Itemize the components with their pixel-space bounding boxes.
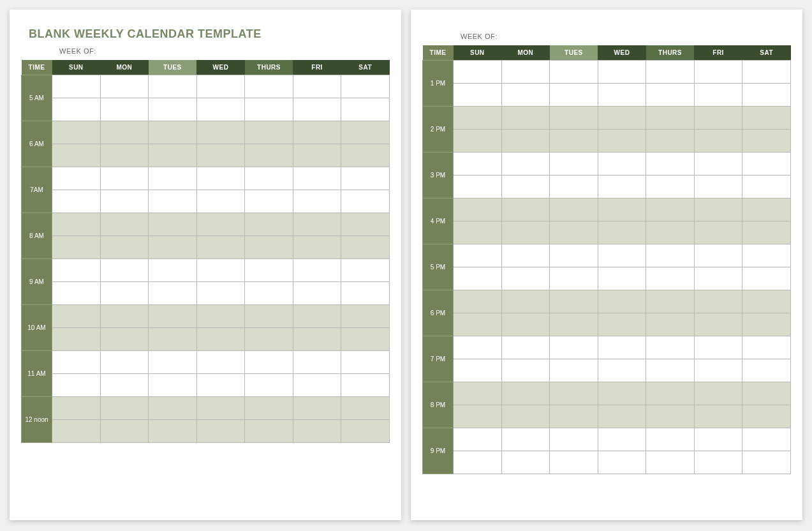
table-row: 6 PM bbox=[423, 290, 791, 313]
calendar-slot bbox=[550, 336, 598, 359]
calendar-slot bbox=[550, 290, 598, 313]
table-row: 3 PM bbox=[423, 153, 791, 176]
calendar-slot bbox=[742, 84, 791, 107]
calendar-slot bbox=[501, 244, 550, 267]
calendar-slot bbox=[100, 397, 149, 420]
table-row bbox=[423, 176, 791, 198]
calendar-slot bbox=[149, 167, 197, 190]
calendar-slot bbox=[694, 382, 742, 405]
calendar-slot bbox=[646, 313, 695, 336]
calendar-slot bbox=[454, 267, 502, 290]
calendar-slot bbox=[196, 236, 245, 259]
calendar-slot bbox=[598, 451, 646, 474]
time-label: 9 AM bbox=[22, 259, 52, 305]
time-label: 3 PM bbox=[423, 153, 454, 198]
calendar-slot bbox=[293, 75, 341, 98]
calendar-slot bbox=[245, 374, 293, 397]
calendar-slot bbox=[646, 405, 695, 428]
calendar-slot bbox=[742, 451, 791, 474]
calendar-slot bbox=[454, 336, 502, 359]
time-label: 10 AM bbox=[22, 305, 52, 351]
calendar-slot bbox=[742, 336, 791, 359]
calendar-slot bbox=[293, 259, 341, 282]
calendar-slot bbox=[245, 305, 293, 328]
calendar-slot bbox=[149, 190, 197, 213]
calendar-slot bbox=[341, 75, 390, 98]
day-column-header: FRI bbox=[293, 60, 341, 75]
calendar-slot bbox=[694, 198, 742, 221]
calendar-slot bbox=[694, 451, 742, 474]
calendar-slot bbox=[501, 130, 550, 153]
calendar-slot bbox=[454, 130, 502, 153]
calendar-slot bbox=[149, 374, 197, 397]
calendar-slot bbox=[196, 282, 245, 305]
calendar-slot bbox=[149, 397, 197, 420]
calendar-slot bbox=[646, 267, 695, 290]
calendar-slot bbox=[646, 61, 695, 84]
calendar-slot bbox=[341, 98, 390, 121]
calendar-slot bbox=[454, 244, 502, 267]
calendar-slot bbox=[196, 190, 245, 213]
calendar-slot bbox=[598, 221, 646, 244]
calendar-slot bbox=[52, 420, 101, 443]
calendar-slot bbox=[550, 61, 598, 84]
calendar-slot bbox=[196, 374, 245, 397]
calendar-slot bbox=[100, 121, 149, 144]
calendar-slot bbox=[501, 153, 550, 176]
calendar-slot bbox=[742, 382, 791, 405]
calendar-slot bbox=[341, 167, 390, 190]
calendar-slot bbox=[149, 98, 197, 121]
calendar-slot bbox=[454, 359, 502, 382]
calendar-slot bbox=[694, 107, 742, 130]
table-row bbox=[22, 144, 390, 167]
calendar-slot bbox=[293, 397, 341, 420]
calendar-slot bbox=[245, 190, 293, 213]
time-label: 5 AM bbox=[22, 75, 52, 121]
calendar-slot bbox=[52, 213, 101, 236]
page-title: BLANK WEEKLY CALENDAR TEMPLATE bbox=[29, 27, 390, 41]
calendar-slot bbox=[149, 121, 197, 144]
calendar-slot bbox=[341, 305, 390, 328]
calendar-slot bbox=[52, 98, 101, 121]
calendar-slot bbox=[501, 107, 550, 130]
calendar-slot bbox=[149, 75, 197, 98]
calendar-slot bbox=[694, 153, 742, 176]
calendar-slot bbox=[742, 198, 791, 221]
calendar-slot bbox=[742, 61, 791, 84]
calendar-slot bbox=[598, 405, 646, 428]
calendar-slot bbox=[149, 282, 197, 305]
calendar-slot bbox=[742, 221, 791, 244]
calendar-slot bbox=[52, 236, 101, 259]
calendar-slot bbox=[245, 121, 293, 144]
calendar-slot bbox=[52, 167, 101, 190]
time-label: 7 PM bbox=[423, 336, 454, 382]
day-column-header: SUN bbox=[454, 45, 502, 61]
calendar-slot bbox=[598, 382, 646, 405]
calendar-slot bbox=[550, 244, 598, 267]
calendar-slot bbox=[501, 221, 550, 244]
calendar-slot bbox=[196, 351, 245, 374]
calendar-slot bbox=[196, 121, 245, 144]
calendar-slot bbox=[646, 428, 695, 451]
time-label: 6 PM bbox=[423, 290, 454, 336]
calendar-slot bbox=[245, 420, 293, 443]
calendar-slot bbox=[293, 167, 341, 190]
calendar-slot bbox=[550, 176, 598, 198]
calendar-slot bbox=[293, 213, 341, 236]
calendar-slot bbox=[149, 351, 197, 374]
calendar-slot bbox=[694, 61, 742, 84]
time-label: 6 AM bbox=[22, 121, 52, 167]
calendar-slot bbox=[100, 190, 149, 213]
calendar-slot bbox=[501, 382, 550, 405]
calendar-slot bbox=[196, 98, 245, 121]
calendar-slot bbox=[341, 328, 390, 351]
calendar-slot bbox=[245, 144, 293, 167]
calendar-slot bbox=[501, 428, 550, 451]
day-column-header: THURS bbox=[646, 45, 695, 61]
calendar-slot bbox=[100, 144, 149, 167]
table-row bbox=[22, 236, 390, 259]
calendar-slot bbox=[694, 405, 742, 428]
calendar-slot bbox=[196, 75, 245, 98]
calendar-header-row: TIMESUNMONTUESWEDTHURSFRISAT bbox=[22, 60, 390, 75]
calendar-slot bbox=[52, 351, 101, 374]
